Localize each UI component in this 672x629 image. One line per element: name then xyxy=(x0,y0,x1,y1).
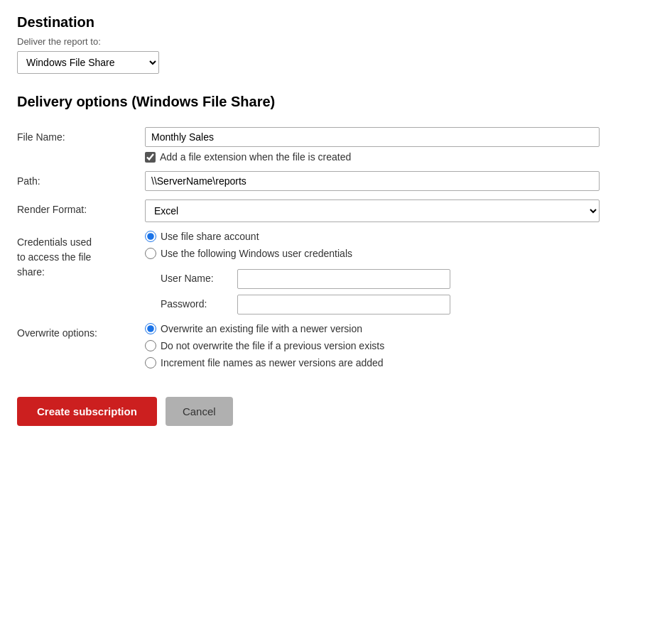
file-name-field: Add a file extension when the file is cr… xyxy=(145,127,600,163)
overwrite-label: Overwrite options: xyxy=(17,323,138,339)
destination-select[interactable]: Windows File Share Email SharePoint xyxy=(17,51,159,74)
cred-option2-row[interactable]: Use the following Windows user credentia… xyxy=(145,248,600,259)
file-extension-label: Add a file extension when the file is cr… xyxy=(160,151,351,163)
file-extension-checkbox[interactable] xyxy=(145,152,156,163)
destination-heading: Destination xyxy=(17,14,655,31)
credentials-radio-group: Use file share account Use the following… xyxy=(145,231,600,259)
path-input[interactable] xyxy=(145,171,600,191)
render-format-field: Excel PDF Word CSV xyxy=(145,199,600,222)
overwrite-option1-row[interactable]: Overwrite an existing file with a newer … xyxy=(145,323,600,334)
overwrite-radio-group: Overwrite an existing file with a newer … xyxy=(145,323,600,368)
credentials-subform: User Name: Password: xyxy=(161,269,600,314)
render-format-select[interactable]: Excel PDF Word CSV xyxy=(145,199,600,222)
destination-section: Destination Deliver the report to: Windo… xyxy=(17,14,655,74)
delivery-heading: Delivery options (Windows File Share) xyxy=(17,94,655,110)
overwrite-option3-label: Increment file names as newer versions a… xyxy=(161,357,384,368)
render-format-label: Render Format: xyxy=(17,199,138,215)
overwrite-option2-radio[interactable] xyxy=(145,340,156,351)
cred-option1-radio[interactable] xyxy=(145,231,156,242)
username-label: User Name: xyxy=(161,269,232,289)
file-extension-row[interactable]: Add a file extension when the file is cr… xyxy=(145,151,600,163)
delivery-section: Delivery options (Windows File Share) Fi… xyxy=(17,94,655,368)
file-name-input[interactable] xyxy=(145,127,600,147)
overwrite-option2-label: Do not overwrite the file if a previous … xyxy=(161,340,384,351)
path-label: Path: xyxy=(17,171,138,187)
cred-option1-row[interactable]: Use file share account xyxy=(145,231,600,242)
create-subscription-button[interactable]: Create subscription xyxy=(17,397,157,426)
overwrite-option1-radio[interactable] xyxy=(145,323,156,334)
cred-option2-label: Use the following Windows user credentia… xyxy=(161,248,352,259)
cred-option2-radio[interactable] xyxy=(145,248,156,259)
deliver-label: Deliver the report to: xyxy=(17,36,655,47)
username-input[interactable] xyxy=(237,269,450,289)
credentials-field: Use file share account Use the following… xyxy=(145,231,600,314)
cred-option1-label: Use file share account xyxy=(161,231,259,242)
button-bar: Create subscription Cancel xyxy=(17,397,655,426)
file-name-label: File Name: xyxy=(17,127,138,143)
overwrite-option3-row[interactable]: Increment file names as newer versions a… xyxy=(145,357,600,368)
path-field xyxy=(145,171,600,191)
overwrite-option1-label: Overwrite an existing file with a newer … xyxy=(161,323,362,334)
overwrite-option3-radio[interactable] xyxy=(145,357,156,368)
overwrite-field: Overwrite an existing file with a newer … xyxy=(145,323,600,368)
password-input[interactable] xyxy=(237,295,450,314)
overwrite-option2-row[interactable]: Do not overwrite the file if a previous … xyxy=(145,340,600,351)
delivery-form: File Name: Add a file extension when the… xyxy=(17,127,600,368)
cancel-button[interactable]: Cancel xyxy=(166,397,233,426)
password-label: Password: xyxy=(161,295,232,314)
credentials-label: Credentials usedto access the fileshare: xyxy=(17,231,138,280)
